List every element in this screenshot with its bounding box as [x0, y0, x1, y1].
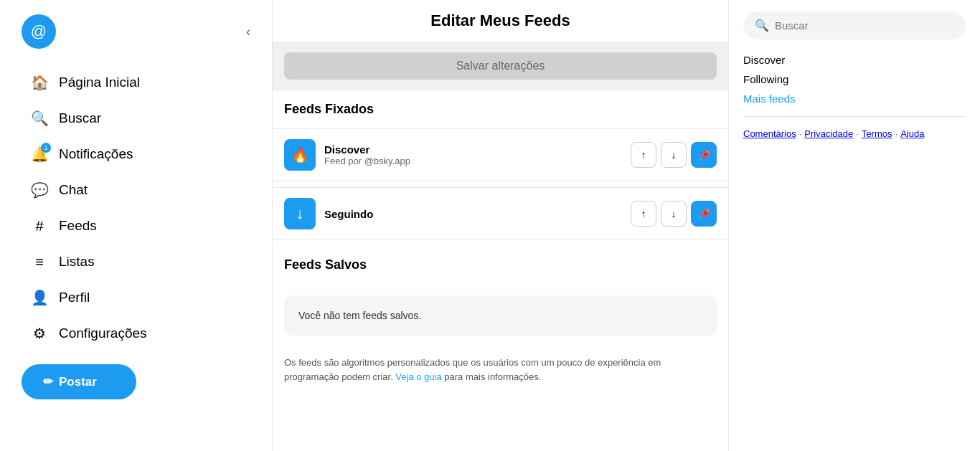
nav-label-chat: Chat [59, 182, 88, 198]
nav-label-notifications: Notificações [59, 146, 133, 162]
post-button-label: Postar [59, 375, 97, 389]
nav-item-search[interactable]: 🔍Buscar [22, 102, 250, 135]
seguindo-feed-info: Seguindo [324, 208, 622, 220]
footer-link-termos[interactable]: Termos [862, 128, 892, 139]
feed-card-discover: 🔥 Discover Feed por @bsky.app ↑ ↓ 📌 [273, 128, 728, 181]
discover-feed-name: Discover [324, 143, 622, 156]
discover-feed-icon: 🔥 [284, 139, 316, 171]
footer-sep-3: · [895, 128, 898, 139]
right-link-following[interactable]: Following [743, 73, 966, 85]
page-title: Editar Meus Feeds [273, 0, 728, 42]
logo-icon: @ [31, 22, 47, 41]
footer-sep-2: · [856, 128, 859, 139]
logo[interactable]: @ [22, 14, 56, 49]
no-feeds-text: Você não tem feeds salvos. [298, 310, 421, 321]
seguindo-up-button[interactable]: ↑ [631, 201, 656, 227]
main-content: Editar Meus Feeds Salvar alterações Feed… [273, 0, 729, 451]
saved-section-header: Feeds Salvos [273, 246, 728, 284]
nav-item-notifications[interactable]: 🔔1Notificações [22, 138, 250, 171]
nav-item-profile[interactable]: 👤Perfil [22, 281, 250, 314]
seguindo-feed-name: Seguindo [324, 208, 622, 220]
nav-item-chat[interactable]: 💬Chat [22, 174, 250, 206]
nav-icon-search: 🔍 [30, 109, 49, 128]
nav-item-lists[interactable]: ≡Listas [22, 245, 250, 278]
search-box: 🔍 [743, 11, 966, 39]
nav-icon-chat: 💬 [30, 181, 49, 199]
collapse-button[interactable]: ‹ [246, 24, 250, 39]
veja-o-guia-link[interactable]: Veja o guia [395, 371, 441, 382]
search-icon: 🔍 [755, 19, 769, 32]
footer-sep-1: · [799, 128, 802, 139]
nav-menu: 🏠Página Inicial🔍Buscar🔔1Notificações💬Cha… [22, 66, 250, 350]
nav-icon-notifications: 🔔1 [30, 145, 49, 163]
feed-card-seguindo: ↓ Seguindo ↑ ↓ 📌 [273, 187, 728, 240]
nav-item-settings[interactable]: ⚙Configurações [22, 317, 250, 350]
nav-label-lists: Listas [59, 254, 95, 270]
discover-up-button[interactable]: ↑ [631, 142, 656, 168]
pinned-section-header: Feeds Fixados [273, 90, 728, 128]
seguindo-pin-button[interactable]: 📌 [691, 201, 717, 227]
nav-icon-lists: ≡ [30, 252, 49, 271]
save-bar: Salvar alterações [273, 42, 728, 90]
seguindo-feed-icon: ↓ [284, 198, 316, 229]
nav-icon-home: 🏠 [30, 73, 49, 92]
discover-pin-button[interactable]: 📌 [691, 142, 717, 168]
nav-item-home[interactable]: 🏠Página Inicial [22, 66, 250, 99]
saved-feeds-section: Feeds Salvos Você não tem feeds salvos. … [273, 246, 728, 395]
nav-label-search: Buscar [59, 110, 101, 126]
discover-feed-sub: Feed por @bsky.app [324, 156, 622, 166]
post-button[interactable]: ✏ Postar [22, 364, 136, 399]
seguindo-down-button[interactable]: ↓ [661, 201, 687, 227]
no-feeds-box: Você não tem feeds salvos. [284, 295, 717, 336]
nav-label-settings: Configurações [59, 326, 147, 341]
notification-badge: 1 [41, 143, 51, 153]
footer-links: Comentários · Privacidade · Termos · Aju… [743, 128, 966, 139]
nav-label-profile: Perfil [59, 290, 90, 305]
right-link-mais-feeds[interactable]: Mais feeds [743, 92, 966, 105]
nav-label-home: Página Inicial [59, 75, 140, 90]
info-text-after: para mais informações. [442, 371, 542, 382]
discover-feed-actions: ↑ ↓ 📌 [631, 142, 717, 168]
nav-label-feeds: Feeds [59, 218, 97, 234]
right-link-discover[interactable]: Discover [743, 54, 966, 66]
left-sidebar: @ ‹ 🏠Página Inicial🔍Buscar🔔1Notificações… [0, 0, 273, 451]
info-text: Os feeds são algoritmos personalizados q… [273, 347, 728, 395]
post-icon: ✏ [43, 374, 53, 389]
save-button[interactable]: Salvar alterações [284, 52, 717, 80]
footer-link-comentarios[interactable]: Comentários [743, 128, 796, 139]
seguindo-feed-actions: ↑ ↓ 📌 [631, 201, 717, 227]
discover-feed-info: Discover Feed por @bsky.app [324, 143, 622, 166]
sidebar-header: @ ‹ [22, 14, 250, 49]
nav-icon-settings: ⚙ [30, 324, 49, 343]
right-links: Discover Following Mais feeds [743, 54, 966, 117]
search-input[interactable] [775, 19, 954, 32]
right-sidebar: 🔍 Discover Following Mais feeds Comentár… [729, 0, 980, 451]
nav-icon-profile: 👤 [30, 288, 49, 307]
nav-icon-feeds: # [30, 217, 49, 235]
nav-item-feeds[interactable]: #Feeds [22, 209, 250, 242]
footer-link-privacidade[interactable]: Privacidade [804, 128, 853, 139]
footer-link-ajuda[interactable]: Ajuda [900, 128, 924, 139]
discover-down-button[interactable]: ↓ [661, 142, 687, 168]
